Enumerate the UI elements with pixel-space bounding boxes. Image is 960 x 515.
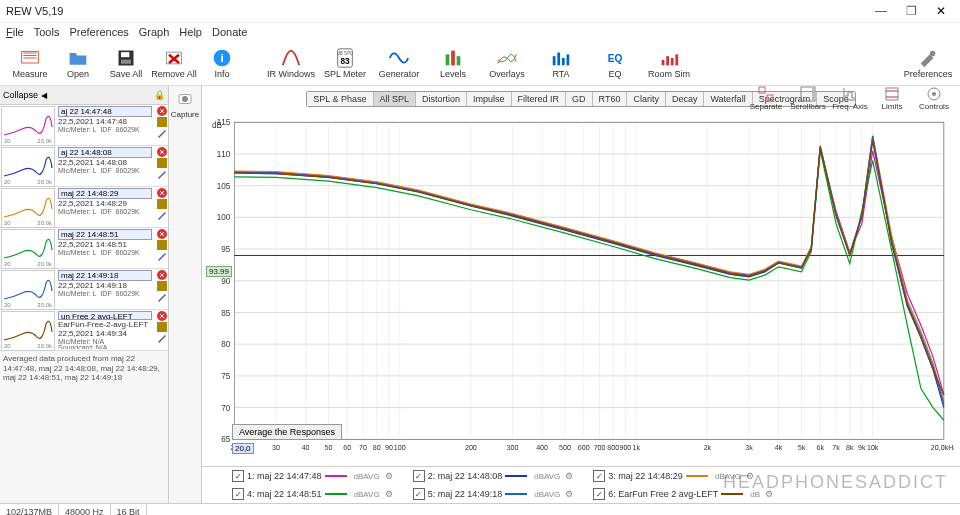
capture-button[interactable]: Capture: [171, 90, 199, 119]
tab-distortion[interactable]: Distortion: [416, 92, 467, 106]
measurement-item[interactable]: 2020,0k aj 22 14:47:48 22,5,2021 14:47:4…: [0, 105, 168, 146]
freq-axis-button[interactable]: Freq. Axis: [830, 86, 870, 111]
measurement-item[interactable]: 2020,0k aj 22 14:48:08 22,5,2021 14:48:0…: [0, 146, 168, 187]
collapse-toggle[interactable]: Collapse◀ 🔒: [0, 86, 168, 105]
preferences-button[interactable]: Preferences: [902, 44, 954, 82]
svg-text:900: 900: [619, 444, 631, 452]
measurement-name[interactable]: aj 22 14:47:48: [58, 106, 152, 117]
close-icon[interactable]: [157, 106, 167, 116]
overlays-button[interactable]: Overlays: [481, 44, 533, 82]
tab-clarity[interactable]: Clarity: [627, 92, 666, 106]
gear-icon[interactable]: ⚙: [565, 489, 573, 499]
legend-checkbox[interactable]: ✓: [593, 488, 605, 500]
svg-text:50: 50: [325, 444, 333, 452]
titlebar: REW V5,19 — ❐ ✕: [0, 0, 960, 23]
menu-preferences[interactable]: Preferences: [69, 26, 128, 38]
tool-icon[interactable]: [157, 199, 167, 209]
scrollbars-button[interactable]: Scrollbars: [788, 86, 828, 111]
levels-button[interactable]: Levels: [427, 44, 479, 82]
measurement-item[interactable]: 2020,0k un Free 2 avg-LEFT EarFun-Free-2…: [0, 310, 168, 351]
minimize-window[interactable]: —: [868, 2, 894, 20]
menu-tools[interactable]: Tools: [34, 26, 60, 38]
legend-item[interactable]: ✓ 4: maj 22 14:48:51 dBAVG ⚙: [232, 488, 393, 500]
legend-checkbox[interactable]: ✓: [593, 470, 605, 482]
statusbar: 102/137MB 48000 Hz 16 Bit: [0, 503, 960, 515]
tab-decay[interactable]: Decay: [666, 92, 705, 106]
gear-icon[interactable]: ⚙: [385, 489, 393, 499]
info-button[interactable]: iInfo: [198, 44, 246, 82]
svg-point-22: [930, 51, 936, 57]
close-icon[interactable]: [157, 229, 167, 239]
legend-checkbox[interactable]: ✓: [232, 470, 244, 482]
legend-swatch: [721, 493, 743, 495]
close-icon[interactable]: [157, 311, 167, 321]
measurement-item[interactable]: 2020,0k maj 22 14:48:51 22,5,2021 14:48:…: [0, 228, 168, 269]
tool-icon[interactable]: [157, 117, 167, 127]
graph-tabs-row: SPL & PhaseAll SPLDistortionImpulseFilte…: [202, 86, 960, 112]
menu-donate[interactable]: Donate: [212, 26, 247, 38]
eq-button[interactable]: EQEQ: [589, 44, 641, 82]
room-sim-button[interactable]: Room Sim: [643, 44, 695, 82]
menu-graph[interactable]: Graph: [139, 26, 170, 38]
chart[interactable]: 65707580859095100105110115dB203040506070…: [204, 114, 954, 464]
legend-label: 5: maj 22 14:49:18: [428, 489, 503, 499]
tool-icon[interactable]: [157, 158, 167, 168]
measurement-name[interactable]: maj 22 14:49:18: [58, 270, 152, 281]
edit-icon[interactable]: [157, 128, 167, 138]
menu-file[interactable]: File: [6, 26, 24, 38]
svg-text:3k: 3k: [745, 444, 753, 452]
gear-icon[interactable]: ⚙: [385, 471, 393, 481]
tab-gd[interactable]: GD: [566, 92, 593, 106]
edit-icon[interactable]: [157, 210, 167, 220]
x-axis-start-box[interactable]: 20,0: [232, 443, 254, 454]
save-all-button[interactable]: Save All: [102, 44, 150, 82]
separate-button[interactable]: Separate: [746, 86, 786, 111]
close-icon[interactable]: [157, 147, 167, 157]
remove-all-button[interactable]: Remove All: [150, 44, 198, 82]
measure-button[interactable]: Measure: [6, 44, 54, 82]
measurement-sidebar: Collapse◀ 🔒 2020,0k aj 22 14:47:48 22,5,…: [0, 86, 169, 503]
generator-button[interactable]: Generator: [373, 44, 425, 82]
spl-meter-button[interactable]: dB SPL83SPL Meter: [319, 44, 371, 82]
svg-text:200: 200: [465, 444, 477, 452]
controls-button[interactable]: Controls: [914, 86, 954, 111]
tab-spl-phase[interactable]: SPL & Phase: [307, 92, 373, 106]
tool-icon[interactable]: [157, 240, 167, 250]
close-icon[interactable]: [157, 270, 167, 280]
close-icon[interactable]: [157, 188, 167, 198]
tool-icon[interactable]: [157, 281, 167, 291]
ir-windows-button[interactable]: IR Windows: [265, 44, 317, 82]
measurement-name[interactable]: maj 22 14:48:51: [58, 229, 152, 240]
tab-rt60[interactable]: RT60: [593, 92, 628, 106]
legend-swatch: [325, 493, 347, 495]
legend-checkbox[interactable]: ✓: [232, 488, 244, 500]
legend-checkbox[interactable]: ✓: [413, 470, 425, 482]
menu-help[interactable]: Help: [179, 26, 202, 38]
maximize-window[interactable]: ❐: [898, 2, 924, 20]
measurement-item[interactable]: 2020,0k maj 22 14:49:18 22,5,2021 14:49:…: [0, 269, 168, 310]
edit-icon[interactable]: [157, 333, 167, 343]
gear-icon[interactable]: ⚙: [565, 471, 573, 481]
lock-icon[interactable]: 🔒: [154, 90, 165, 100]
tool-icon[interactable]: [157, 322, 167, 332]
legend-item[interactable]: ✓ 5: maj 22 14:49:18 dBAVG ⚙: [413, 488, 574, 500]
rta-button[interactable]: RTA: [535, 44, 587, 82]
measurement-name[interactable]: un Free 2 avg-LEFT: [58, 311, 152, 320]
toolbar-center: IR Windows dB SPL83SPL Meter Generator L…: [265, 44, 695, 82]
legend-checkbox[interactable]: ✓: [413, 488, 425, 500]
close-window[interactable]: ✕: [928, 2, 954, 20]
measurement-item[interactable]: 2020,0k maj 22 14:48:29 22,5,2021 14:48:…: [0, 187, 168, 228]
tab-impulse[interactable]: Impulse: [467, 92, 512, 106]
limits-button[interactable]: Limits: [872, 86, 912, 111]
measurement-name[interactable]: maj 22 14:48:29: [58, 188, 152, 199]
edit-icon[interactable]: [157, 292, 167, 302]
measurement-name[interactable]: aj 22 14:48:08: [58, 147, 152, 158]
legend-item[interactable]: ✓ 2: maj 22 14:48:08 dBAVG ⚙: [413, 470, 574, 482]
edit-icon[interactable]: [157, 169, 167, 179]
legend-item[interactable]: ✓ 1: maj 22 14:47:48 dBAVG ⚙: [232, 470, 393, 482]
open-button[interactable]: Open: [54, 44, 102, 82]
edit-icon[interactable]: [157, 251, 167, 261]
tab-filtered-ir[interactable]: Filtered IR: [512, 92, 567, 106]
tab-all-spl[interactable]: All SPL: [374, 92, 417, 106]
average-responses-button[interactable]: Average the Responses: [232, 424, 342, 440]
